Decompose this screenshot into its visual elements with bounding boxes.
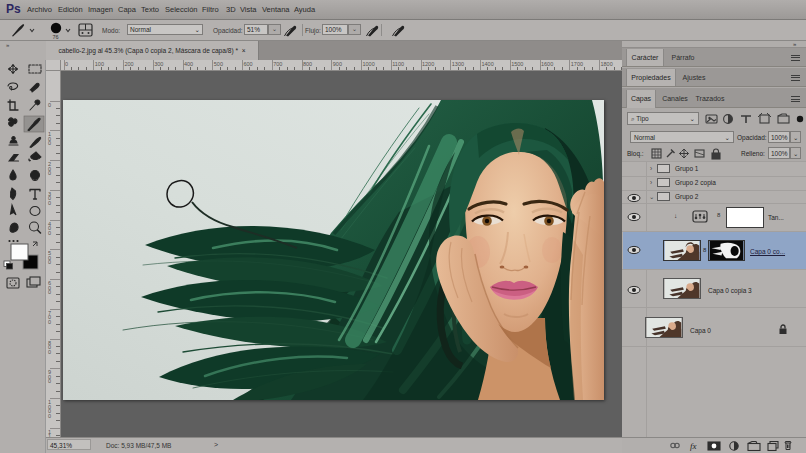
svg-text:fx: fx [690, 441, 697, 451]
svg-text:76: 76 [53, 34, 59, 40]
